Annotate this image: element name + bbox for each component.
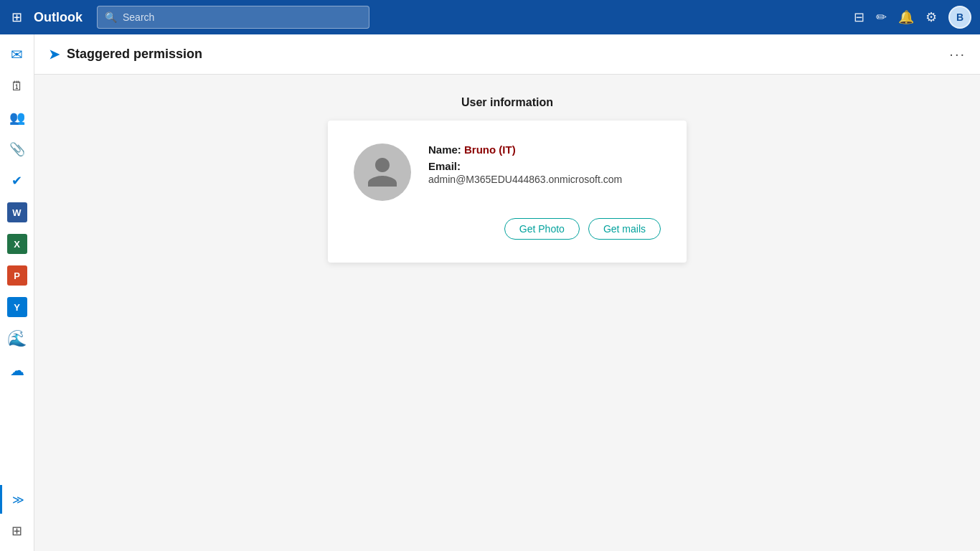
- nav-icons: ⊟ ✏ 🔔 ⚙ B: [854, 6, 971, 29]
- excel-app-icon: X: [7, 234, 27, 254]
- user-photo: [354, 143, 411, 201]
- search-input[interactable]: [123, 11, 362, 23]
- sidebar-item-attachments[interactable]: 📎: [3, 135, 32, 164]
- apps-grid-icon[interactable]: ⊞: [9, 6, 25, 28]
- sidebar-item-mail[interactable]: ✉: [3, 40, 32, 69]
- get-mails-button[interactable]: Get mails: [588, 218, 661, 240]
- sidebar-item-excel[interactable]: X: [3, 230, 32, 258]
- user-avatar[interactable]: B: [948, 6, 971, 29]
- email-value: admin@M365EDU444863.onmicrosoft.com: [428, 174, 661, 185]
- sidebar-item-word[interactable]: W: [3, 198, 32, 227]
- sidebar-item-people[interactable]: 👥: [3, 103, 32, 132]
- sidebar-item-edge[interactable]: 🌊: [3, 324, 32, 353]
- section-title: User information: [63, 96, 951, 109]
- name-label: Name:: [428, 143, 461, 156]
- sidebar-item-yammer[interactable]: Y: [3, 293, 32, 321]
- user-details: Name: Bruno (IT) Email: admin@M365EDU444…: [428, 143, 661, 185]
- staggered-icon: ≫: [12, 493, 24, 507]
- search-bar[interactable]: 🔍: [97, 6, 369, 29]
- mail-icon: ✉: [11, 46, 23, 63]
- user-silhouette-icon: [364, 154, 400, 190]
- sidebar-item-calendar[interactable]: 🗓: [3, 72, 32, 100]
- grid-view-icon[interactable]: ⊟: [854, 9, 864, 25]
- paperclip-icon: 📎: [9, 141, 25, 157]
- sidebar-item-powerpoint[interactable]: P: [3, 261, 32, 290]
- word-app-icon: W: [7, 202, 27, 222]
- onedrive-icon: ☁: [10, 362, 24, 379]
- more-options-button[interactable]: ···: [949, 46, 966, 62]
- app-title: Outlook: [34, 10, 83, 25]
- sidebar: ✉ 🗓 👥 📎 ✔ W X P Y 🌊 ☁: [0, 34, 34, 551]
- main-layout: ✉ 🗓 👥 📎 ✔ W X P Y 🌊 ☁: [0, 34, 980, 551]
- calendar-icon: 🗓: [11, 79, 24, 94]
- get-photo-button[interactable]: Get Photo: [504, 218, 580, 240]
- settings-icon[interactable]: ⚙: [925, 9, 937, 25]
- card-actions: Get Photo Get mails: [354, 218, 661, 240]
- content-area: ➤ Staggered permission ··· User informat…: [34, 34, 980, 551]
- page-title: Staggered permission: [67, 47, 202, 62]
- email-label: Email:: [428, 160, 661, 172]
- people-icon: 👥: [9, 110, 25, 126]
- yammer-app-icon: Y: [7, 297, 27, 317]
- user-info-card: Name: Bruno (IT) Email: admin@M365EDU444…: [328, 121, 687, 263]
- page-header: ➤ Staggered permission ···: [34, 34, 980, 75]
- name-value: Bruno (IT): [464, 143, 516, 156]
- all-apps-icon: ⊞: [11, 523, 22, 539]
- navbar: ⊞ Outlook 🔍 ⊟ ✏ 🔔 ⚙ B: [0, 0, 980, 34]
- sidebar-item-todo[interactable]: ✔: [3, 166, 32, 195]
- user-name-row: Name: Bruno (IT): [428, 143, 661, 156]
- back-button[interactable]: ➤: [49, 47, 60, 62]
- search-icon: 🔍: [105, 11, 117, 23]
- checkmark-icon: ✔: [11, 173, 22, 189]
- sidebar-item-apps[interactable]: ⊞: [3, 517, 32, 545]
- sidebar-item-onedrive[interactable]: ☁: [3, 356, 32, 385]
- main-content: User information Name: Bruno (IT): [34, 75, 980, 551]
- notifications-icon[interactable]: 🔔: [898, 9, 914, 25]
- user-card-inner: Name: Bruno (IT) Email: admin@M365EDU444…: [354, 143, 661, 201]
- sidebar-item-staggered[interactable]: ≫: [0, 485, 34, 514]
- powerpoint-app-icon: P: [7, 265, 27, 286]
- compose-icon[interactable]: ✏: [876, 9, 887, 25]
- edge-app-icon: 🌊: [7, 329, 27, 348]
